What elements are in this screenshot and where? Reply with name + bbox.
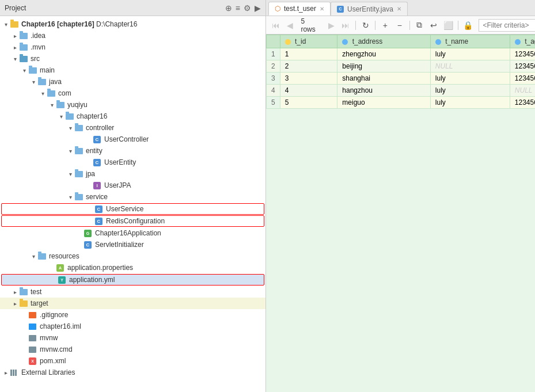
- tree-item-java[interactable]: ▾ java: [0, 76, 265, 87]
- tree-item-chapter16-pkg[interactable]: ▾ chapter16: [0, 111, 265, 122]
- cell-t_id[interactable]: 3: [280, 73, 337, 85]
- toggle-test[interactable]: ▸: [10, 287, 20, 296]
- settings-icon[interactable]: ⚙: [244, 3, 251, 13]
- delete-row-button[interactable]: −: [393, 19, 405, 32]
- tab-userentity-java[interactable]: C UserEntity.java ✕: [331, 2, 408, 16]
- cell-t_age[interactable]: 123456: [510, 60, 535, 73]
- toggle-yuqiyu[interactable]: ▾: [47, 100, 56, 109]
- toggle-java[interactable]: ▾: [29, 77, 38, 86]
- add-row-button[interactable]: +: [379, 19, 391, 32]
- next-page-button[interactable]: ▶: [325, 19, 337, 32]
- toggle-entity[interactable]: ▾: [66, 146, 75, 155]
- tree-item-Chapter16Application[interactable]: G Chapter16Application: [0, 227, 265, 239]
- submit-button[interactable]: ⬜: [442, 19, 454, 32]
- col-header-t_name[interactable]: t_name: [430, 35, 510, 48]
- cell-t_address[interactable]: shanghai: [337, 73, 431, 85]
- cell-t_name[interactable]: luly: [430, 97, 510, 109]
- expand-icon[interactable]: ▶: [255, 3, 261, 13]
- refresh-button[interactable]: ↻: [359, 19, 371, 32]
- tree-item-mvn[interactable]: ▸ .mvn: [0, 41, 265, 53]
- tree-item-application-properties[interactable]: A application.properties: [0, 262, 265, 273]
- tree-item-UserController[interactable]: C UserController: [0, 134, 265, 145]
- toggle-service[interactable]: ▾: [66, 192, 75, 201]
- cell-t_address[interactable]: beijing: [337, 60, 431, 73]
- table-row[interactable]: 55meiguoluly123456: [267, 97, 536, 109]
- folder-blue-icon: [20, 31, 29, 40]
- tree-item-service[interactable]: ▾ service: [0, 191, 265, 203]
- tree-item-chapter16-iml[interactable]: chapter16.iml: [0, 321, 265, 332]
- cell-t_age[interactable]: 123456: [510, 48, 535, 60]
- cell-t_name[interactable]: NULL: [430, 60, 510, 73]
- table-row[interactable]: 33shanghailuly123456: [267, 73, 536, 85]
- toggle-mvn[interactable]: ▸: [10, 43, 20, 52]
- table-row[interactable]: 44hangzhoululyNULL: [267, 85, 536, 97]
- ext-libs-icon: [10, 368, 20, 377]
- cell-t_age[interactable]: NULL: [510, 85, 535, 97]
- toggle-main[interactable]: ▾: [20, 66, 29, 75]
- tree-item-external-libraries[interactable]: ▸ External Libraries: [0, 367, 265, 378]
- cell-t_name[interactable]: luly: [430, 73, 510, 85]
- tree-item-chapter16[interactable]: ▾ Chapter16 [chapter16] D:\Chapter16: [0, 18, 265, 30]
- cell-t_name[interactable]: luly: [430, 85, 510, 97]
- col-header-t_address[interactable]: t_address: [337, 35, 431, 48]
- cell-t_age[interactable]: 123456: [510, 97, 535, 109]
- cell-t_address[interactable]: zhengzhou: [337, 48, 431, 60]
- toggle-chapter16-pkg[interactable]: ▾: [56, 112, 66, 121]
- add-icon[interactable]: ⊕: [225, 3, 232, 13]
- cell-t_name[interactable]: luly: [430, 48, 510, 60]
- toggle-src[interactable]: ▾: [10, 54, 20, 63]
- sort-icon[interactable]: ≡: [236, 3, 240, 13]
- cell-t_address[interactable]: hangzhou: [337, 85, 431, 97]
- tree-item-pom-xml[interactable]: X pom.xml: [0, 355, 265, 367]
- cell-t_id[interactable]: 4: [280, 85, 337, 97]
- tree-item-RedisConfiguration[interactable]: C RedisConfiguration: [1, 215, 264, 227]
- tree-item-resources[interactable]: ▾ resources: [0, 250, 265, 262]
- tree-item-yuqiyu[interactable]: ▾ yuqiyu: [0, 99, 265, 111]
- filter-input[interactable]: [479, 19, 535, 32]
- cell-t_id[interactable]: 2: [280, 60, 337, 73]
- tree-item-test[interactable]: ▸ test: [0, 286, 265, 298]
- tree-item-application-yml[interactable]: Y application.yml: [1, 274, 264, 286]
- table-body: 11zhengzhoululy12345622beijingNULL123456…: [267, 48, 536, 109]
- col-header-t_age[interactable]: t_age: [510, 35, 535, 48]
- tree-item-src[interactable]: ▾ src: [0, 53, 265, 64]
- tab-close-button[interactable]: ✕: [320, 6, 324, 12]
- toggle-target[interactable]: ▸: [10, 299, 20, 308]
- tree-item-target[interactable]: ▸ target: [0, 298, 265, 309]
- toggle-jpa[interactable]: ▾: [66, 169, 75, 178]
- duplicate-row-button[interactable]: ⧉: [413, 19, 426, 32]
- revert-button[interactable]: ↩: [428, 19, 440, 32]
- tree-item-ServletInitializer[interactable]: C ServletInitializer: [0, 239, 265, 250]
- toggle-resources[interactable]: ▾: [29, 252, 38, 261]
- prev-page-button[interactable]: ◀: [284, 19, 296, 32]
- tree-item-main[interactable]: ▾ main: [0, 64, 265, 76]
- toggle-controller[interactable]: ▾: [66, 123, 75, 132]
- tree-item-UserEntity[interactable]: C UserEntity: [0, 157, 265, 168]
- last-page-button[interactable]: ⏭: [340, 19, 352, 32]
- table-row[interactable]: 11zhengzhoululy123456: [267, 48, 536, 60]
- tree-item-idea[interactable]: ▸ .idea: [0, 30, 265, 41]
- toggle-idea[interactable]: ▸: [10, 31, 20, 40]
- cell-t_age[interactable]: 123456: [510, 73, 535, 85]
- tree-item-UserJPA[interactable]: I UserJPA: [0, 180, 265, 191]
- col-header-t_id[interactable]: t_id: [280, 35, 337, 48]
- tree-item-com[interactable]: ▾ com: [0, 87, 265, 99]
- tab-test-t-user[interactable]: ⬡ test.t_user ✕: [268, 2, 331, 16]
- toggle-ext-libs[interactable]: ▸: [1, 368, 10, 377]
- cell-t_id[interactable]: 5: [280, 97, 337, 109]
- table-row[interactable]: 22beijingNULL123456: [267, 60, 536, 73]
- tree-item-mvnw-cmd[interactable]: mvnw.cmd: [0, 344, 265, 355]
- tree-item-UserService[interactable]: C UserService: [1, 203, 264, 215]
- first-page-button[interactable]: ⏮: [270, 19, 282, 32]
- tree-item-jpa[interactable]: ▾ jpa: [0, 168, 265, 180]
- tree-item-gitignore[interactable]: .gitignore: [0, 309, 265, 321]
- tree-item-mvnw[interactable]: mvnw: [0, 332, 265, 344]
- toggle-com[interactable]: ▾: [38, 89, 47, 98]
- cell-t_address[interactable]: meiguo: [337, 97, 431, 109]
- tree-item-controller[interactable]: ▾ controller: [0, 122, 265, 134]
- tree-item-entity[interactable]: ▾ entity: [0, 145, 265, 157]
- export-button[interactable]: 🔒: [462, 19, 474, 32]
- toggle-chapter16[interactable]: ▾: [1, 20, 10, 29]
- cell-t_id[interactable]: 1: [280, 48, 337, 60]
- tab-close-button[interactable]: ✕: [397, 6, 401, 12]
